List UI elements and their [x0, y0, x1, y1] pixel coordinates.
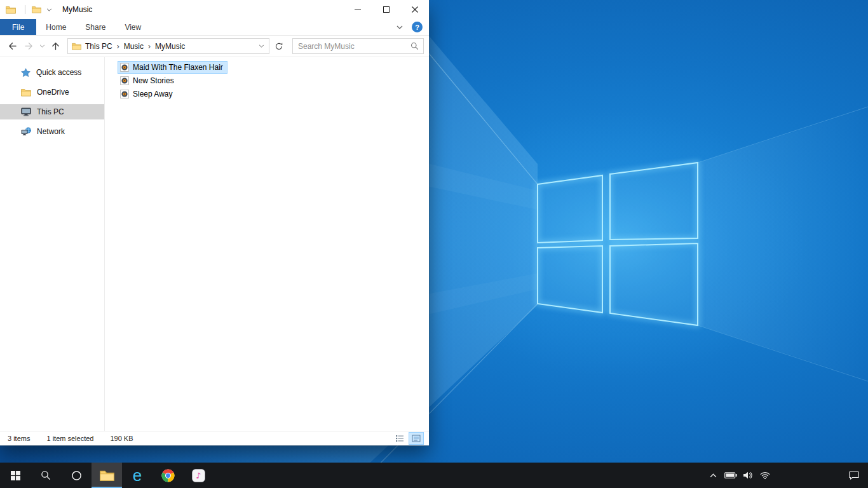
- taskbar: e ♪: [0, 463, 868, 488]
- breadcrumb-music[interactable]: Music: [120, 42, 147, 51]
- file-name: Maid With The Flaxen Hair: [133, 63, 223, 72]
- audio-file-icon: [120, 76, 129, 85]
- help-icon[interactable]: ?: [412, 22, 423, 32]
- sidebar-item-network[interactable]: Network: [0, 124, 104, 139]
- sidebar-item-label: This PC: [37, 107, 64, 116]
- svg-text:♪: ♪: [196, 471, 201, 480]
- minimize-button[interactable]: [343, 0, 372, 19]
- tab-home[interactable]: Home: [36, 19, 76, 35]
- battery-icon[interactable]: [722, 463, 739, 488]
- tab-file[interactable]: File: [0, 19, 36, 35]
- taskbar-file-explorer-icon[interactable]: [92, 463, 122, 488]
- location-folder-icon: [72, 43, 81, 50]
- sidebar-item-label: OneDrive: [37, 88, 69, 97]
- navigation-bar: This PC › Music › MyMusic: [0, 36, 429, 57]
- up-button[interactable]: [47, 38, 64, 55]
- hidden-icons-chevron-up-icon[interactable]: [705, 463, 722, 488]
- window-controls: [343, 0, 429, 19]
- search-input[interactable]: [298, 42, 410, 51]
- titlebar[interactable]: MyMusic: [0, 0, 429, 19]
- sidebar-item-quick-access[interactable]: Quick access: [0, 65, 104, 80]
- file-item[interactable]: Maid With The Flaxen Hair: [118, 61, 227, 74]
- selection-count: 1 item selected: [46, 435, 93, 442]
- system-tray: [705, 463, 868, 488]
- sidebar-item-label: Network: [37, 127, 65, 136]
- tab-view[interactable]: View: [115, 19, 151, 35]
- taskbar-search-icon[interactable]: [31, 463, 61, 488]
- network-icon: [21, 127, 31, 136]
- expand-ribbon-chevron-icon[interactable]: [397, 25, 403, 29]
- window-title: MyMusic: [62, 5, 92, 14]
- speaker-icon[interactable]: [739, 463, 756, 488]
- audio-file-icon: [120, 90, 129, 98]
- back-button[interactable]: [4, 38, 20, 55]
- file-item[interactable]: New Stories: [118, 74, 179, 87]
- address-dropdown-chevron-icon[interactable]: [255, 39, 268, 53]
- action-center-icon[interactable]: [839, 463, 868, 488]
- titlebar-separator: [25, 5, 25, 14]
- breadcrumb-mymusic[interactable]: MyMusic: [151, 42, 189, 51]
- desktop: MyMusic File Home Share View ?: [0, 0, 868, 488]
- file-item[interactable]: Sleep Away: [118, 88, 177, 100]
- address-bar[interactable]: This PC › Music › MyMusic: [67, 38, 269, 54]
- quick-access-toolbar-folder-icon[interactable]: [32, 6, 41, 13]
- sidebar-item-onedrive[interactable]: OneDrive: [0, 85, 104, 100]
- ribbon-tab-bar: File Home Share View ?: [0, 19, 429, 36]
- computer-icon: [21, 107, 31, 116]
- sidebar-item-this-pc[interactable]: This PC: [0, 104, 104, 119]
- file-name: Sleep Away: [133, 90, 173, 98]
- taskbar-itunes-icon[interactable]: ♪: [183, 463, 214, 488]
- folder-icon: [21, 88, 31, 97]
- selection-size: 190 KB: [110, 435, 133, 442]
- breadcrumb-this-pc[interactable]: This PC: [81, 42, 116, 51]
- wifi-icon[interactable]: [756, 463, 773, 488]
- sidebar-item-label: Quick access: [36, 68, 81, 77]
- navigation-pane: Quick access OneDrive This PC Network: [0, 57, 105, 431]
- explorer-window: MyMusic File Home Share View ?: [0, 0, 429, 445]
- status-bar: 3 items 1 item selected 190 KB: [0, 431, 429, 445]
- customize-qat-chevron-down-icon[interactable]: [46, 8, 52, 11]
- star-icon: [21, 68, 31, 77]
- close-button[interactable]: [400, 0, 429, 19]
- cortana-circle-icon[interactable]: [61, 463, 92, 488]
- file-list[interactable]: Maid With The Flaxen Hair New Stories Sl…: [105, 57, 429, 431]
- search-icon[interactable]: [410, 42, 419, 50]
- details-view-button[interactable]: [392, 432, 407, 445]
- system-menu-folder-icon[interactable]: [6, 6, 16, 14]
- taskbar-chrome-icon[interactable]: [153, 463, 183, 488]
- item-count: 3 items: [8, 435, 30, 442]
- large-icons-view-button[interactable]: [409, 432, 424, 445]
- refresh-icon[interactable]: [271, 38, 287, 55]
- tab-share[interactable]: Share: [76, 19, 115, 35]
- file-name: New Stories: [133, 76, 174, 85]
- tray-spacer: [773, 463, 839, 488]
- start-button[interactable]: [0, 463, 31, 488]
- recent-locations-chevron-icon[interactable]: [37, 38, 47, 55]
- maximize-button[interactable]: [372, 0, 400, 19]
- search-box[interactable]: [292, 38, 424, 54]
- forward-button[interactable]: [20, 38, 37, 55]
- audio-file-icon: [120, 63, 129, 72]
- taskbar-internet-explorer-icon[interactable]: e: [122, 463, 153, 488]
